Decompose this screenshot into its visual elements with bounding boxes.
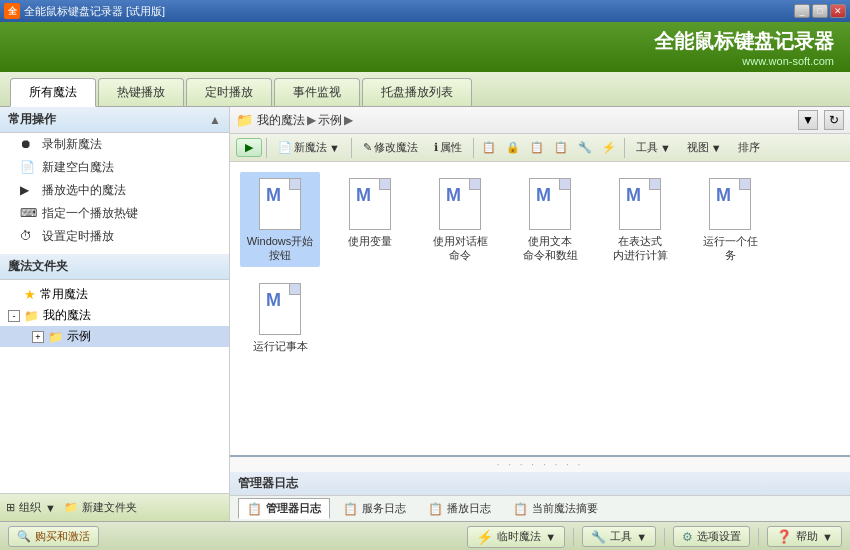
log-tab-manager[interactable]: 📋 管理器日志 xyxy=(238,498,330,519)
file-item-2[interactable]: M 使用对话框命令 xyxy=(420,172,500,267)
title-bar: 全 全能鼠标键盘记录器 [试用版] _ □ ✕ xyxy=(0,0,850,22)
attr-button[interactable]: ℹ 属性 xyxy=(427,137,469,158)
address-sep2: ▶ xyxy=(344,113,353,127)
hotkey-icon: ⌨ xyxy=(20,206,36,222)
tab-hotkey[interactable]: 热键播放 xyxy=(98,78,184,106)
log-tab-service[interactable]: 📋 服务日志 xyxy=(334,498,415,519)
address-dropdown-button[interactable]: ▼ xyxy=(798,110,818,130)
tab-event[interactable]: 事件监视 xyxy=(274,78,360,106)
tree-expand-icon[interactable]: - xyxy=(8,310,20,322)
toolbar-icon-1[interactable]: 📋 xyxy=(478,138,500,157)
file-item-6[interactable]: M 运行记事本 xyxy=(240,277,320,357)
sidebar-item-play-selected[interactable]: ▶ 播放选中的魔法 xyxy=(0,179,229,202)
title-bar-icon: 全 xyxy=(4,3,20,19)
toolbar-sep-2 xyxy=(351,138,352,158)
log-section: · · · · · · · · 管理器日志 📋 管理器日志 📋 服务日志 📋 播… xyxy=(230,455,850,521)
address-path: 我的魔法 ▶ 示例 ▶ xyxy=(257,112,353,129)
tree-item-example[interactable]: + 📁 示例 xyxy=(0,326,229,347)
new-magic-button[interactable]: 📄 新魔法 ▼ xyxy=(271,137,347,158)
close-button[interactable]: ✕ xyxy=(830,4,846,18)
file-name-4: 在表达式内进行计算 xyxy=(613,234,668,263)
brand-main: 全能鼠标键盘记录器 xyxy=(654,28,834,55)
address-bar: 📁 我的魔法 ▶ 示例 ▶ ▼ ↻ xyxy=(230,107,850,134)
new-blank-icon: 📄 xyxy=(20,160,36,176)
folder-example-icon: 📁 xyxy=(48,330,63,344)
log-tab-summary[interactable]: 📋 当前魔法摘要 xyxy=(504,498,607,519)
play-icon: ▶ xyxy=(245,141,253,154)
bottom-sep-1 xyxy=(573,528,574,546)
toolbar-icon-3[interactable]: 📋 xyxy=(526,138,548,157)
brand-bar: 全能鼠标键盘记录器 www.won-soft.com xyxy=(0,22,850,72)
wrench-icon: 🔧 xyxy=(591,530,606,544)
bottom-sep-2 xyxy=(664,528,665,546)
file-name-2: 使用对话框命令 xyxy=(433,234,488,263)
view-button[interactable]: 视图 ▼ xyxy=(680,137,729,158)
folder-icon: 📁 xyxy=(24,309,39,323)
organize-icon: ⊞ xyxy=(6,501,15,514)
timer-icon: ⏱ xyxy=(20,229,36,245)
toolbar-icon-2[interactable]: 🔒 xyxy=(502,138,524,157)
log-tab-play[interactable]: 📋 播放日志 xyxy=(419,498,500,519)
new-folder-button[interactable]: 📁 新建文件夹 xyxy=(64,500,137,515)
purchase-button[interactable]: 🔍 购买和激活 xyxy=(8,526,99,547)
sidebar-bottom: ⊞ 组织 ▼ 📁 新建文件夹 xyxy=(0,493,229,521)
toolbar-sep-1 xyxy=(266,138,267,158)
temp-magic-dropdown-icon: ▼ xyxy=(545,531,556,543)
address-path1: 我的魔法 xyxy=(257,112,305,129)
tree-expand-icon-2[interactable]: + xyxy=(32,331,44,343)
new-magic-dropdown-icon: ▼ xyxy=(329,142,340,154)
sidebar-item-new-blank[interactable]: 📄 新建空白魔法 xyxy=(0,156,229,179)
file-item-4[interactable]: M 在表达式内进行计算 xyxy=(600,172,680,267)
star-icon: ★ xyxy=(24,287,36,302)
title-bar-text: 全能鼠标键盘记录器 [试用版] xyxy=(24,4,794,19)
toolbar-sep-3 xyxy=(473,138,474,158)
tools-button[interactable]: 工具 ▼ xyxy=(629,137,678,158)
address-refresh-button[interactable]: ↻ xyxy=(824,110,844,130)
help-icon: ❓ xyxy=(776,529,792,544)
temp-magic-button[interactable]: ⚡ 临时魔法 ▼ xyxy=(467,526,565,548)
maximize-button[interactable]: □ xyxy=(812,4,828,18)
organize-dropdown-icon: ▼ xyxy=(45,502,56,514)
file-item-0[interactable]: M Windows开始按钮 xyxy=(240,172,320,267)
file-name-6: 运行记事本 xyxy=(253,339,308,353)
options-button[interactable]: ⚙ 选项设置 xyxy=(673,526,750,547)
tabs-bar: 所有魔法 热键播放 定时播放 事件监视 托盘播放列表 xyxy=(0,72,850,107)
sidebar-item-timer[interactable]: ⏱ 设置定时播放 xyxy=(0,225,229,248)
toolbar-icon-6[interactable]: ⚡ xyxy=(598,138,620,157)
bottom-sep-3 xyxy=(758,528,759,546)
gear-icon: ⚙ xyxy=(682,530,693,544)
view-dropdown-icon: ▼ xyxy=(711,142,722,154)
modify-button[interactable]: ✎ 修改魔法 xyxy=(356,137,425,158)
play-button[interactable]: ▶ xyxy=(236,138,262,157)
toolbar-icon-4[interactable]: 📋 xyxy=(550,138,572,157)
file-name-1: 使用变量 xyxy=(348,234,392,248)
file-item-3[interactable]: M 使用文本命令和数组 xyxy=(510,172,590,267)
tools-bottom-button[interactable]: 🔧 工具 ▼ xyxy=(582,526,656,547)
file-grid: M Windows开始按钮 M 使用变量 M 使 xyxy=(230,162,850,455)
minimize-button[interactable]: _ xyxy=(794,4,810,18)
modify-icon: ✎ xyxy=(363,141,372,154)
tab-timer[interactable]: 定时播放 xyxy=(186,78,272,106)
toolbar-sep-4 xyxy=(624,138,625,158)
lightning-icon: ⚡ xyxy=(476,529,493,545)
file-item-5[interactable]: M 运行一个任务 xyxy=(690,172,770,267)
address-path2: 示例 xyxy=(318,112,342,129)
sort-button[interactable]: 排序 xyxy=(731,137,767,158)
sidebar-item-hotkey[interactable]: ⌨ 指定一个播放热键 xyxy=(0,202,229,225)
organize-button[interactable]: ⊞ 组织 ▼ xyxy=(6,500,56,515)
log-tab-service-icon: 📋 xyxy=(343,502,358,516)
address-folder-icon: 📁 xyxy=(236,112,253,128)
tree-item-my-magic[interactable]: - 📁 我的魔法 xyxy=(0,305,229,326)
tree-item-common[interactable]: ★ 常用魔法 xyxy=(0,284,229,305)
tab-all-magic[interactable]: 所有魔法 xyxy=(10,78,96,107)
collapse-icon[interactable]: ▲ xyxy=(209,113,221,127)
sidebar-item-record[interactable]: ⏺ 录制新魔法 xyxy=(0,133,229,156)
attr-icon: ℹ xyxy=(434,141,438,154)
log-header: 管理器日志 xyxy=(230,472,850,496)
help-button[interactable]: ❓ 帮助 ▼ xyxy=(767,526,842,547)
file-item-1[interactable]: M 使用变量 xyxy=(330,172,410,267)
sidebar-section-common: 常用操作 ▲ xyxy=(0,107,229,133)
tab-tray[interactable]: 托盘播放列表 xyxy=(362,78,472,106)
toolbar-icon-5[interactable]: 🔧 xyxy=(574,138,596,157)
address-sep1: ▶ xyxy=(307,113,316,127)
